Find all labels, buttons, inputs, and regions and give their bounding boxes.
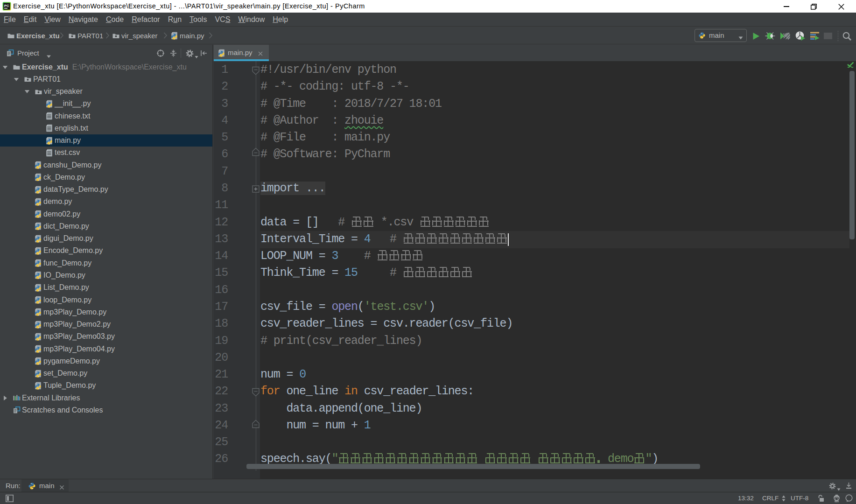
svg-text:PC: PC <box>4 4 9 8</box>
